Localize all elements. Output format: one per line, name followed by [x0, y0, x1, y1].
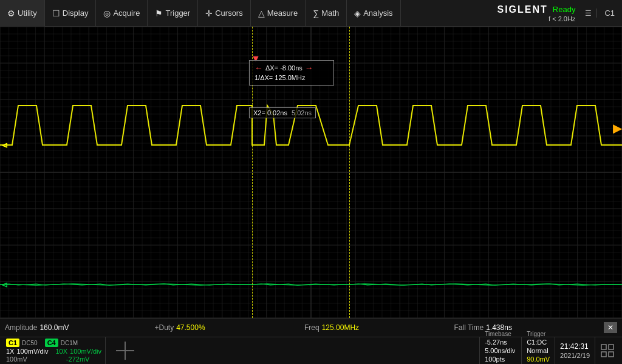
date-display: 2021/2/19 [560, 352, 590, 359]
measure-icon: △ [258, 8, 265, 18]
ch1-block: C1 DC50 C4 DC1M 1X 100mV/div 10X 100mV/d… [2, 337, 106, 364]
svg-rect-5 [609, 352, 613, 357]
svg-rect-4 [601, 352, 606, 357]
menu-acquire[interactable]: ◎ Acquire [96, 0, 148, 27]
scope-area: ▼ ← ΔX= -8.00ns → 1/ΔX= 125.0MHz X2= 0.0… [0, 27, 622, 318]
timebase-block: Timebase -5.27ns 5.00ns/div 100pts 2.00G… [479, 337, 521, 364]
cursor-arrow-right: → [305, 63, 313, 73]
ch1-scale: 100mV/div [16, 348, 48, 355]
amplitude-value: 160.0mV [39, 323, 69, 332]
duty-display: +Duty 47.500% [155, 323, 305, 332]
menu-math-label: Math [321, 8, 339, 18]
menu-utility[interactable]: ⚙ Utility [0, 0, 45, 27]
timebase-pts: 100pts [485, 356, 516, 363]
menu-cursors[interactable]: ✛ Cursors [198, 0, 251, 27]
brand-name: SIGLENT [497, 4, 547, 15]
trigger-block: Trigger C1:DC Normal 90.0mV Pulse [521, 337, 555, 364]
menu-analysis-label: Analysis [363, 8, 392, 18]
grid-icon-block [595, 337, 620, 364]
display-icon: ☐ [52, 8, 60, 18]
cursor-x2-label: X2= 0.02ns 5.02ns [249, 107, 316, 118]
menu-measure-label: Measure [267, 8, 298, 18]
ch1-tag: C1 [6, 339, 19, 347]
datetime-block: 21:42:31 2021/2/19 [555, 337, 595, 364]
menu-bar: ⚙ Utility ☐ Display ◎ Acquire ⚑ Trigger … [0, 0, 622, 27]
timebase-arrow: ▶ [613, 122, 622, 134]
trigger-icon: ⚑ [155, 8, 163, 18]
menu-cursors-label: Cursors [215, 8, 243, 18]
brand-area: SIGLENT Ready f < 2.0Hz ☰ C1 [490, 0, 622, 27]
cursor-arrow-left: ← [255, 63, 263, 73]
timebase-scale: 5.00ns/div [485, 347, 516, 354]
ch4-coupling: DC1M [61, 340, 78, 346]
freq-value: 125.00MHz [322, 323, 359, 332]
menu-trigger-label: Trigger [165, 8, 190, 18]
menu-icon-area: ☰ [580, 9, 592, 18]
svg-rect-2 [601, 345, 606, 349]
ch1-scale-label: 1X [6, 348, 14, 355]
time-display: 21:42:31 [560, 342, 590, 351]
cursor-line-2[interactable] [349, 27, 350, 318]
grid-icon [600, 343, 615, 358]
status-close-button[interactable]: ✕ [604, 322, 617, 333]
fall-time-label: Fall Time [454, 323, 484, 332]
menu-trigger[interactable]: ⚑ Trigger [148, 0, 198, 27]
amplitude-display: Amplitude 160.0mV [5, 323, 155, 332]
trigger-label: Trigger [527, 331, 550, 337]
duty-value: 47.500% [176, 323, 205, 332]
menu-display-label: Display [63, 8, 89, 18]
ready-status: Ready [553, 5, 576, 14]
ch4-offset: -272mV [66, 356, 90, 363]
right-info-area: Timebase -5.27ns 5.00ns/div 100pts 2.00G… [479, 337, 620, 364]
utility-icon: ⚙ [7, 8, 15, 18]
acquire-icon: ◎ [103, 8, 111, 18]
freq-label: Freq [304, 323, 320, 332]
timebase-offset: -5.27ns [485, 339, 516, 346]
ch4-trace-indicator: ⊲ [1, 280, 8, 289]
channel-bar: C1 DC50 C4 DC1M 1X 100mV/div 10X 100mV/d… [0, 337, 622, 364]
cursor-x2-extra: 5.02ns [292, 109, 312, 116]
freq-display: Freq 125.00MHz [304, 323, 454, 332]
trigger-channel: C1:DC [527, 339, 550, 346]
ch4-scale: 100mV/div [70, 348, 101, 355]
channel-cross-symbol [106, 339, 145, 363]
timebase-label: Timebase [485, 331, 516, 337]
duty-label: +Duty [155, 323, 174, 332]
trigger-mode: Normal [527, 347, 550, 354]
ch1-coupling: DC50 [22, 340, 38, 346]
analysis-icon: ◈ [354, 8, 361, 18]
menu-acquire-label: Acquire [113, 8, 140, 18]
cursors-icon: ✛ [205, 8, 213, 18]
menu-measure[interactable]: △ Measure [251, 0, 306, 27]
ch4-tag: C4 [45, 339, 58, 347]
trigger-level: 90.0mV [527, 356, 550, 363]
menu-math[interactable]: ∑ Math [306, 0, 347, 27]
menu-display[interactable]: ☐ Display [45, 0, 97, 27]
ch1-offset: 100mV [6, 356, 27, 363]
menu-utility-label: Utility [18, 8, 37, 18]
cursor-inv-delta-x: 1/ΔX= 125.0MHz [255, 74, 305, 81]
amplitude-label: Amplitude [5, 323, 37, 332]
svg-rect-3 [609, 345, 613, 349]
cursor-delta-x: ΔX= -8.00ns [265, 64, 302, 72]
ch4-scale-label: 10X [55, 348, 67, 355]
active-channel: C1 [596, 8, 615, 18]
cursor-measurement-box: ← ΔX= -8.00ns → 1/ΔX= 125.0MHz [249, 60, 334, 86]
cursor-x2-value: X2= 0.02ns [253, 109, 287, 116]
menu-analysis[interactable]: ◈ Analysis [347, 0, 400, 27]
math-icon: ∑ [313, 8, 319, 18]
ch1-trace-indicator: ⊲ [1, 141, 8, 150]
freq-display: f < 2.0Hz [549, 15, 575, 22]
